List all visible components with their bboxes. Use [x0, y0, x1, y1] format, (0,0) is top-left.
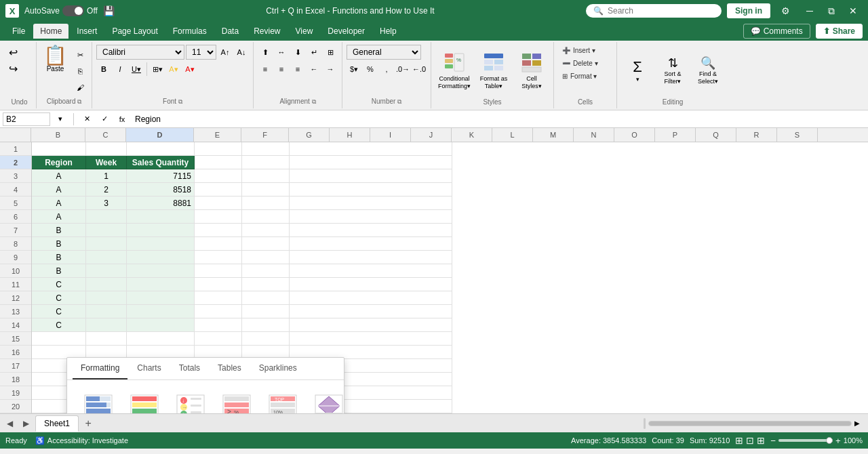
add-sheet-button[interactable]: + — [81, 417, 95, 430]
find-select-button[interactable]: 🔍 Find &Select▾ — [692, 53, 724, 88]
cell-e2[interactable] — [195, 156, 242, 169]
row-num-1[interactable]: 1 — [0, 142, 31, 156]
increase-font-button[interactable]: A↑ — [218, 45, 233, 60]
indent-increase-button[interactable]: → — [323, 62, 338, 77]
insert-button[interactable]: ➕ Insert ▾ — [558, 45, 612, 56]
conditional-formatting-button[interactable]: % ConditionalFormatting▾ — [435, 48, 473, 93]
cell-rest-1[interactable] — [290, 142, 452, 156]
cell-d3[interactable]: 7115 — [127, 169, 195, 183]
cell-rest-4[interactable] — [290, 183, 452, 197]
page-layout-view-button[interactable]: ⊡ — [746, 435, 754, 446]
greater-than-option[interactable]: > % GreaterThan — [216, 388, 257, 413]
sign-in-button[interactable]: Sign in — [727, 3, 770, 18]
row-num-2[interactable]: 2 — [0, 156, 31, 169]
col-header-c[interactable]: C — [85, 128, 126, 142]
cell-reference-input[interactable] — [3, 112, 50, 126]
horizontal-scrollbar[interactable] — [648, 421, 852, 426]
comma-button[interactable]: , — [379, 62, 394, 77]
search-input[interactable] — [608, 6, 714, 16]
expand-ref-button[interactable]: ▾ — [53, 112, 68, 127]
col-header-n[interactable]: N — [574, 128, 614, 142]
font-family-select[interactable]: Calibri — [96, 45, 184, 60]
cell-b8[interactable]: B — [32, 237, 86, 251]
settings-icon[interactable]: ⚙ — [776, 1, 795, 20]
align-top-button[interactable]: ⬆ — [258, 45, 273, 60]
normal-view-button[interactable]: ⊞ — [735, 435, 743, 446]
tab-developer[interactable]: Developer — [321, 24, 372, 39]
tab-insert[interactable]: Insert — [70, 24, 104, 39]
cell-styles-button[interactable]: CellStyles▾ — [514, 48, 549, 93]
cell-e1[interactable] — [195, 142, 242, 156]
zoom-in-button[interactable]: + — [835, 436, 841, 446]
tab-data[interactable]: Data — [215, 24, 245, 39]
cell-b11[interactable]: C — [32, 278, 86, 291]
increase-decimal-button[interactable]: .0→ — [395, 62, 410, 77]
font-color-button[interactable]: A▾ — [182, 62, 197, 77]
popup-tab-charts[interactable]: Charts — [129, 358, 169, 379]
cell-f2[interactable] — [242, 156, 290, 169]
row-num-16[interactable]: 16 — [0, 346, 31, 359]
cell-b5[interactable]: A — [32, 197, 86, 210]
nav-next-sheet[interactable]: ▶ — [19, 417, 33, 430]
align-right-button[interactable]: ≡ — [290, 62, 305, 77]
save-icon[interactable]: 💾 — [103, 5, 115, 16]
underline-button[interactable]: U▾ — [129, 62, 144, 77]
cell-rest-3[interactable] — [290, 169, 452, 183]
cell-f1[interactable] — [242, 142, 290, 156]
cell-f5[interactable] — [242, 197, 290, 210]
redo-button[interactable]: ↪ — [5, 61, 20, 76]
col-header-i[interactable]: I — [370, 128, 411, 142]
cell-b4[interactable]: A — [32, 183, 86, 197]
tab-review[interactable]: Review — [247, 24, 287, 39]
format-as-table-button[interactable]: Format asTable▾ — [476, 48, 511, 93]
autosave-toggle[interactable] — [62, 5, 84, 16]
row-num-17[interactable]: 17 — [0, 359, 31, 373]
undo-button[interactable]: ↩ — [5, 45, 20, 60]
row-num-8[interactable]: 8 — [0, 237, 31, 251]
clear-format-option[interactable]: ClearFormat — [309, 388, 349, 413]
cell-b6[interactable]: A — [32, 210, 86, 224]
tab-home[interactable]: Home — [33, 24, 68, 39]
fill-color-button[interactable]: A▾ — [166, 62, 181, 77]
indent-decrease-button[interactable]: ← — [307, 62, 321, 77]
close-button[interactable]: ✕ — [844, 1, 863, 20]
col-header-o[interactable]: O — [614, 128, 655, 142]
format-painter-button[interactable]: 🖌 — [73, 80, 87, 95]
cell-c7[interactable] — [86, 224, 127, 237]
col-header-d[interactable]: D — [126, 128, 194, 142]
col-header-p[interactable]: P — [655, 128, 696, 142]
popup-tab-formatting[interactable]: Formatting — [73, 358, 127, 379]
cell-b13[interactable]: C — [32, 305, 86, 318]
col-header-m[interactable]: M — [533, 128, 574, 142]
restore-button[interactable]: ⧉ — [822, 1, 841, 20]
row-num-18[interactable]: 18 — [0, 373, 31, 386]
col-header-r[interactable]: R — [736, 128, 777, 142]
row-num-12[interactable]: 12 — [0, 291, 31, 305]
row-num-19[interactable]: 19 — [0, 386, 31, 400]
percent-button[interactable]: % — [363, 62, 378, 77]
row-num-5[interactable]: 5 — [0, 197, 31, 210]
share-button[interactable]: ⬆ Share — [816, 24, 863, 39]
row-num-14[interactable]: 14 — [0, 318, 31, 332]
row-num-3[interactable]: 3 — [0, 169, 31, 183]
popup-tab-tables[interactable]: Tables — [210, 358, 250, 379]
row-num-10[interactable]: 10 — [0, 264, 31, 278]
cell-b14[interactable]: C — [32, 318, 86, 332]
currency-button[interactable]: $▾ — [347, 62, 361, 77]
cell-d5[interactable]: 8881 — [127, 197, 195, 210]
accessibility-area[interactable]: ♿ Accessibility: Investigate — [35, 436, 128, 445]
cell-d7[interactable] — [127, 224, 195, 237]
zoom-out-button[interactable]: − — [770, 436, 776, 446]
col-header-g[interactable]: G — [289, 128, 330, 142]
align-left-button[interactable]: ≡ — [258, 62, 273, 77]
zoom-slider[interactable] — [778, 439, 833, 442]
comments-button[interactable]: 💬 Comments — [743, 24, 810, 39]
nav-prev-sheet[interactable]: ◀ — [3, 417, 16, 430]
popup-tab-sparklines[interactable]: Sparklines — [251, 358, 305, 379]
row-num-15[interactable]: 15 — [0, 332, 31, 346]
confirm-formula-button[interactable]: ✓ — [97, 112, 112, 127]
cell-d1[interactable] — [127, 142, 195, 156]
wrap-text-button[interactable]: ↵ — [307, 45, 321, 60]
format-button[interactable]: ⊞ Format ▾ — [558, 70, 612, 82]
align-center-button[interactable]: ≡ — [274, 62, 289, 77]
